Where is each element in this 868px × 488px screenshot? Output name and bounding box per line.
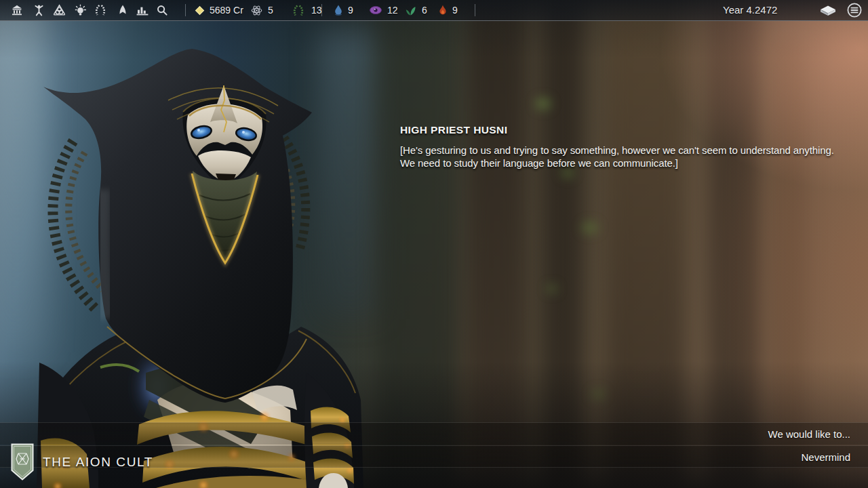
- wreath-icon: [290, 5, 307, 16]
- faction-banner[interactable]: THE AION CULT: [11, 443, 153, 481]
- resource-food[interactable]: 6: [404, 0, 427, 20]
- faction-name: THE AION CULT: [43, 455, 153, 470]
- population-icon[interactable]: [31, 0, 47, 20]
- resource-influence[interactable]: 13: [290, 0, 322, 20]
- dialogue-body-text: [He's gesturing to us and trying to say …: [400, 144, 850, 169]
- search-icon[interactable]: [154, 0, 170, 20]
- science-value: 5: [268, 5, 273, 16]
- top-bar: 5689 Cr 5 13 9 12 6 9 Year 4.2472: [0, 0, 868, 21]
- energy-value: 9: [452, 5, 458, 16]
- trinity-icon[interactable]: [51, 0, 67, 20]
- faction-emblem-icon: [11, 443, 34, 481]
- character-portrait: [0, 20, 380, 488]
- topbar-separator: [321, 4, 322, 16]
- droplet-icon: [334, 4, 343, 16]
- credits-value: 5689 Cr: [210, 5, 243, 16]
- dialogue-speaker-name: HIGH PRIEST HUSNI: [400, 124, 850, 136]
- temple-icon[interactable]: [9, 0, 25, 20]
- game-screen: 5689 Cr 5 13 9 12 6 9 Year 4.2472: [0, 0, 868, 488]
- resource-water[interactable]: 9: [334, 0, 353, 20]
- topbar-separator: [475, 4, 475, 16]
- dialogue-option-we-would-like-to[interactable]: We would like to...: [0, 422, 868, 445]
- resource-psi[interactable]: 12: [369, 0, 398, 20]
- food-value: 6: [422, 5, 427, 16]
- resource-credits[interactable]: 5689 Cr: [195, 0, 243, 20]
- water-value: 9: [348, 5, 353, 16]
- influence-value: 13: [311, 5, 322, 16]
- stats-icon[interactable]: [134, 0, 151, 20]
- year-label: Year 4.2472: [723, 0, 777, 20]
- menu-icon[interactable]: [846, 0, 863, 20]
- ship-icon[interactable]: [115, 0, 131, 20]
- credits-diamond-icon: [195, 5, 205, 16]
- resource-science[interactable]: 5: [250, 0, 273, 20]
- book-icon[interactable]: [818, 0, 838, 20]
- topbar-separator: [185, 4, 186, 16]
- leaf-icon: [404, 5, 417, 16]
- psi-value: 12: [387, 5, 398, 16]
- resource-energy[interactable]: 9: [438, 0, 458, 20]
- flame-icon: [438, 4, 448, 16]
- idea-icon[interactable]: [72, 0, 88, 20]
- laurels-icon[interactable]: [92, 0, 108, 20]
- eye-icon: [369, 5, 382, 15]
- atom-icon: [250, 4, 263, 17]
- dialogue-panel: HIGH PRIEST HUSNI [He's gesturing to us …: [400, 124, 850, 169]
